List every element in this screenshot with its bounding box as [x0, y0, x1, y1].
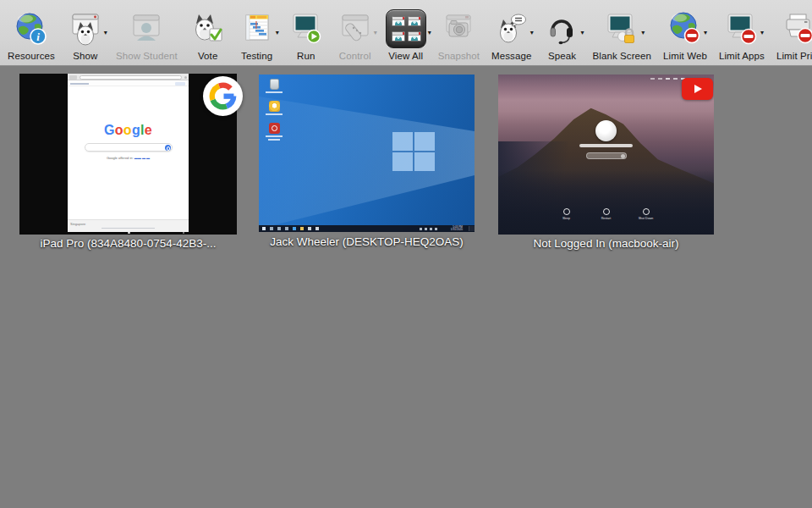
student-window-icon — [128, 7, 165, 51]
toolbar-label: Blank Screen — [592, 51, 651, 64]
app-shortcut-icon — [263, 101, 285, 115]
toolbar-label: Vote — [198, 51, 217, 64]
chevron-down-icon[interactable]: ▾ — [580, 30, 584, 36]
toolbar-label: Limit Print — [776, 51, 812, 64]
windows-desktop-preview: 5:03 PM 1/31/2020 — [259, 75, 475, 232]
restart-button: Restart — [592, 208, 621, 220]
toolbar-label: Show — [73, 51, 97, 64]
toolbar-button-vote[interactable]: Vote — [184, 3, 233, 64]
toolbar-label: Speak — [548, 51, 576, 64]
toolbar-button-limit-print[interactable]: Limit Print — [771, 3, 812, 64]
client-thumbnail-windows[interactable]: 5:03 PM 1/31/2020 Jack Wheeler (DESKTOP-… — [259, 75, 475, 232]
ipad-screen-preview: Google Google offered in: ▬▬ ▬ ▬ Singapo… — [19, 74, 237, 235]
safari-window: Google Google offered in: ▬▬ ▬ ▬ Singapo… — [68, 74, 189, 232]
toolbar-label: Snapshot — [438, 51, 480, 64]
chevron-down-icon[interactable]: ▾ — [428, 30, 431, 36]
system-tray-icons — [435, 228, 437, 230]
client-thumbnail-macbook[interactable]: Sleep Restart Shut Down Not Logged In (m… — [498, 75, 714, 235]
camera-icon — [440, 7, 477, 51]
toolbar-button-view-all[interactable]: ▾ View All — [380, 3, 432, 64]
macos-login-preview: Sleep Restart Shut Down — [498, 75, 714, 235]
shutdown-button: Shut Down — [632, 208, 661, 220]
toolbar-label: Testing — [241, 51, 272, 64]
toolbar-button-snapshot: Snapshot — [432, 3, 486, 64]
taskbar-clock: 5:03 PM 1/31/2020 — [451, 226, 463, 232]
google-footer: Singapore — [68, 219, 189, 232]
desktop-icons — [263, 79, 285, 141]
url-field — [80, 75, 182, 80]
toolbar-label: Control — [339, 51, 371, 64]
toolbar-label: Limit Web — [663, 51, 707, 64]
google-search-box — [85, 143, 173, 152]
youtube-badge — [682, 78, 713, 100]
toolbar-label: Run — [297, 51, 315, 64]
user-name-text — [579, 144, 633, 147]
windows-taskbar: 5:03 PM 1/31/2020 — [259, 225, 475, 232]
restart-icon — [603, 208, 610, 215]
chevron-down-icon[interactable]: ▾ — [641, 30, 645, 36]
monitor-lock-icon: ▾ — [602, 7, 641, 51]
taskbar-app-icons — [262, 227, 266, 230]
toolbar-button-blank-screen[interactable]: ▾ Blank Screen — [586, 3, 657, 64]
recycle-bin-icon — [263, 79, 285, 93]
owl-checkbox-icon — [189, 7, 227, 51]
google-logo: Google — [68, 124, 189, 137]
toolbar-button-run[interactable]: Run — [282, 3, 331, 64]
globe-block-icon: ▾ — [667, 7, 704, 51]
user-avatar — [595, 120, 617, 141]
chevron-down-icon[interactable]: ▾ — [760, 30, 764, 36]
toolbar-label: View All — [388, 51, 423, 64]
app-shortcut-icon — [263, 123, 285, 141]
toolbar-label: Message — [491, 51, 531, 64]
test-sheet-icon: ▾ — [239, 7, 276, 51]
svg-text:i: i — [36, 30, 40, 43]
login-power-options: Sleep Restart Shut Down — [498, 208, 714, 220]
remote-window-icon: ▾ — [337, 7, 374, 51]
teacher-toolbar: i Resources ▾ Show — [0, 0, 812, 66]
printer-block-icon — [780, 7, 812, 51]
chevron-down-icon: ▾ — [374, 30, 377, 36]
toolbar-button-control: ▾ Control — [331, 3, 380, 64]
toolbar-button-testing[interactable]: ▾ Testing — [233, 3, 282, 64]
owl-window-icon: ▾ — [67, 7, 104, 51]
browser-toolbar — [68, 74, 189, 80]
globe-info-icon: i — [14, 7, 49, 51]
google-offered-line: Google offered in: ▬▬ ▬ ▬ — [68, 156, 189, 160]
chevron-down-icon[interactable]: ▾ — [530, 30, 534, 36]
google-g-badge — [203, 76, 243, 116]
client-name-label: Jack Wheeler (DESKTOP-HEQ2OAS) — [233, 235, 500, 248]
password-field — [586, 152, 627, 159]
toolbar-button-show[interactable]: ▾ Show — [61, 3, 110, 64]
headset-icon: ▾ — [543, 7, 580, 51]
google-homepage: Google Google offered in: ▬▬ ▬ ▬ — [68, 124, 189, 160]
toolbar-button-resources[interactable]: i Resources — [2, 3, 61, 64]
toolbar-button-limit-web[interactable]: ▾ Limit Web — [657, 3, 713, 64]
toolbar-button-message[interactable]: ▾ Message — [486, 3, 537, 64]
owl-message-icon: ▾ — [493, 7, 530, 51]
toolbar-label: Resources — [8, 51, 55, 64]
toolbar-label: Show Student — [116, 51, 178, 64]
toolbar-button-show-student: Show Student — [110, 3, 184, 64]
toolbar-label: Limit Apps — [719, 51, 765, 64]
sleep-icon — [563, 208, 570, 215]
menubar-status-icons — [666, 78, 670, 80]
windows-logo — [392, 132, 435, 171]
view-all-selected-button[interactable] — [386, 9, 426, 48]
bookmarks-bar — [68, 80, 189, 86]
toolbar-button-speak[interactable]: ▾ Speak — [537, 3, 586, 64]
client-name-label: iPad Pro (834A8480-0754-42B3-... — [0, 237, 262, 250]
student-screens-canvas: Google Google offered in: ▬▬ ▬ ▬ Singapo… — [0, 67, 812, 508]
monitor-play-icon — [288, 7, 325, 51]
client-name-label: Not Logged In (macbook-air) — [473, 237, 739, 250]
search-icon — [165, 145, 171, 151]
shutdown-icon — [643, 208, 650, 215]
sleep-button: Sleep — [552, 208, 581, 220]
client-thumbnail-ipad[interactable]: Google Google offered in: ▬▬ ▬ ▬ Singapo… — [19, 74, 237, 235]
chevron-down-icon[interactable]: ▾ — [104, 30, 107, 36]
toolbar-button-limit-apps[interactable]: ▾ Limit Apps — [713, 3, 771, 64]
view-all-grid-icon: ▾ — [386, 7, 426, 51]
chevron-down-icon[interactable]: ▾ — [276, 30, 279, 36]
monitor-block-icon: ▾ — [723, 7, 760, 51]
chevron-down-icon[interactable]: ▾ — [704, 30, 707, 36]
